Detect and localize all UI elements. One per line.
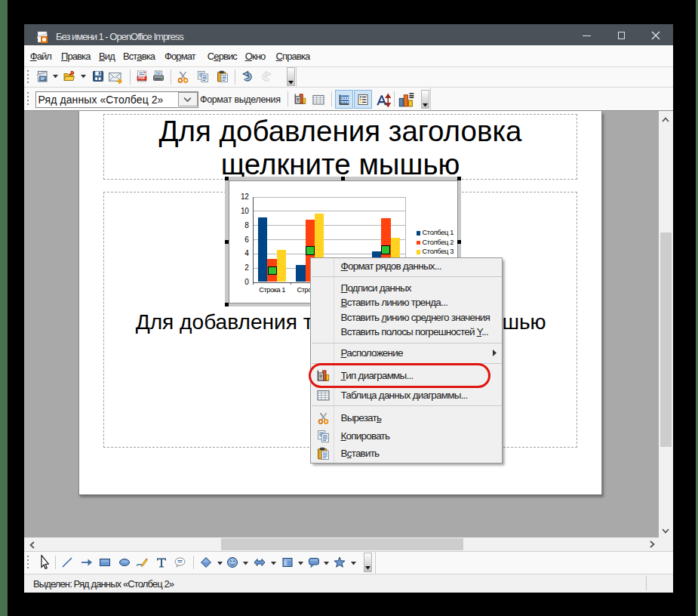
svg-text:PDF: PDF — [138, 76, 146, 80]
